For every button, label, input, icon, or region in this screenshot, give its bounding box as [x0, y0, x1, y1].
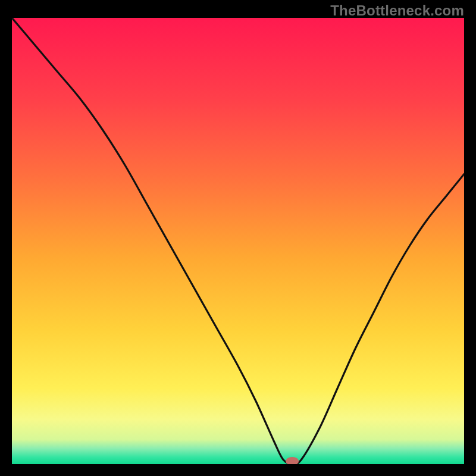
watermark-text: TheBottleneck.com	[330, 2, 464, 19]
chart-svg	[0, 0, 476, 476]
chart-stage: TheBottleneck.com	[0, 0, 476, 476]
optimal-point-marker	[286, 457, 299, 465]
gradient-background	[12, 18, 464, 464]
